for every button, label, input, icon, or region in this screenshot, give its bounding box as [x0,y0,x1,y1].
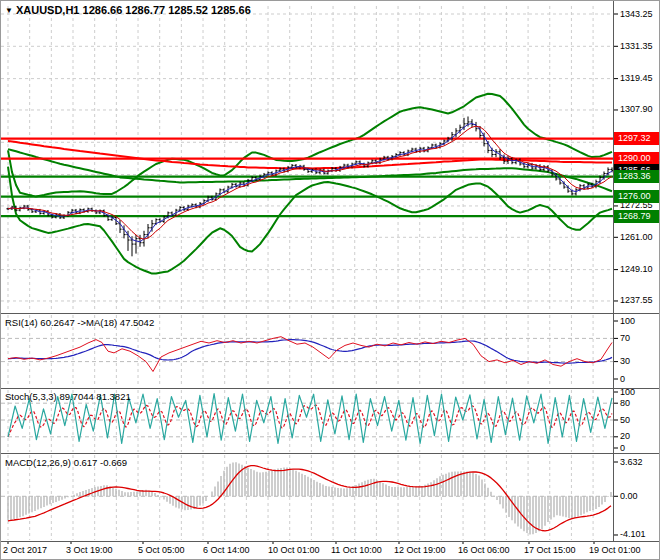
symbol-ohlc-text: XAUUSD,H1 1286.66 1286.77 1285.52 1285.6… [16,4,251,16]
fast-ma-red-line [8,126,612,239]
stoch-indicator-label: Stoch(5,3,3) 89.7044 81.3821 [5,391,131,402]
macd-histogram [8,462,611,534]
chart-window: 1343.251331.351319.451307.901296.001272.… [0,0,660,560]
chart-title: ▼XAUUSD,H1 1286.66 1286.77 1285.52 1285.… [5,4,251,16]
chart-canvas[interactable] [1,1,660,560]
bollinger-bands-layer [8,94,612,274]
horizontal-levels-layer [1,139,613,216]
symbol-marker-icon: ▼ [5,6,13,15]
macd-indicator-label: MACD(12,26,9) 0.617 -0.669 [5,457,127,468]
fast-ma-blue-line [8,124,612,242]
rsi-ma-line [8,340,612,364]
price-axis-divider [613,1,614,542]
panel-separator [1,541,660,542]
panel-separator[interactable] [1,453,660,454]
rsi-indicator-label: RSI(14) 60.2647 ->MA(18) 47.5042 [5,317,154,328]
panel-separator[interactable] [1,388,660,389]
panel-separator[interactable] [1,313,660,314]
